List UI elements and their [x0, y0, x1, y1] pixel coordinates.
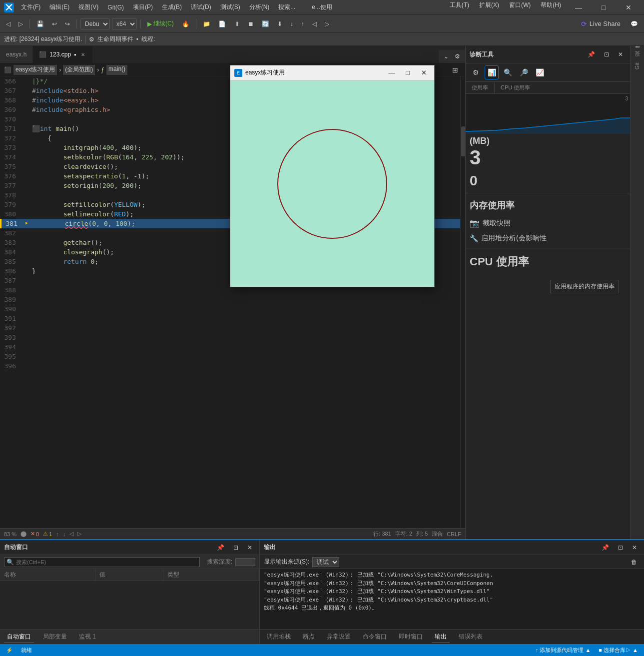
menu-window[interactable]: 窗口(W) [505, 0, 535, 15]
folder-btn[interactable]: 📁 [200, 17, 213, 30]
thread-input[interactable] [158, 36, 218, 43]
stop-btn[interactable]: ⏹ [245, 17, 257, 30]
menu-test[interactable]: 测试(S) [216, 2, 244, 12]
output-content[interactable]: "easyx练习使用.exe" (Win32)： 已加载 "C:\Windows… [260, 569, 644, 629]
debug-config-dropdown[interactable]: Debu [80, 18, 110, 29]
footer-tab-watch[interactable]: 监视 1 [76, 632, 99, 642]
live-share-button[interactable]: ⟳ Live Share [576, 19, 626, 29]
output-pin-btn[interactable]: 📌 [599, 541, 612, 554]
tab-123cpp[interactable]: ⬛ 123.cpp ● ✕ [33, 46, 93, 63]
snapshot-button[interactable]: 📷 截取快照 [466, 215, 630, 231]
diag-memory-btn[interactable]: 📊 [485, 65, 499, 79]
diag-close-btn[interactable]: ✕ [615, 48, 626, 61]
output-footer-immediate[interactable]: 即时窗口 [396, 632, 426, 642]
up-arrow-btn[interactable]: ↑ [56, 531, 59, 537]
close-button[interactable]: ✕ [617, 0, 640, 15]
menu-project[interactable]: 项目(P) [129, 2, 157, 12]
tab-close-btn[interactable]: ✕ [79, 51, 86, 58]
arch-dropdown[interactable]: x64 [112, 18, 137, 29]
continue-btn[interactable]: ▶ 继续(C) [144, 17, 177, 30]
maximize-button[interactable]: □ [592, 0, 615, 15]
output-footer-command[interactable]: 命令窗口 [360, 632, 390, 642]
step-out-btn[interactable]: ↑ [298, 17, 307, 30]
next-btn[interactable]: ▷ [322, 17, 332, 30]
feedback-btn[interactable]: 💬 [628, 17, 641, 30]
git-status-item[interactable]: ⚡ [4, 644, 15, 656]
output-source-select[interactable]: 调试 [312, 557, 339, 567]
output-footer-breakpoints[interactable]: 断点 [300, 632, 318, 642]
app-close-btn[interactable]: ✕ [417, 67, 430, 78]
search-depth-input[interactable] [235, 558, 255, 566]
auto-close-btn[interactable]: ✕ [244, 541, 255, 554]
far-right-git[interactable]: Git 提 [633, 57, 642, 73]
diag-settings-btn[interactable]: ⚙ [469, 65, 483, 79]
pause-btn[interactable]: ⏸ [231, 17, 243, 30]
app-minimize-btn[interactable]: — [385, 67, 398, 78]
diag-chart-btn[interactable]: 📈 [533, 65, 547, 79]
scrollbar-thumb[interactable] [461, 126, 465, 156]
nav-prev[interactable]: ◁ [69, 531, 73, 537]
diag-zoom-out-btn[interactable]: 🔎 [517, 65, 531, 79]
diag-expand-btn[interactable]: ⊡ [601, 48, 612, 61]
diag-zoom-in-btn[interactable]: 🔍 [501, 65, 515, 79]
auto-expand-btn[interactable]: ⊡ [230, 541, 241, 554]
auto-pin-btn[interactable]: 📌 [214, 541, 227, 554]
toolbar-forward-btn[interactable]: ▷ [15, 17, 26, 30]
footer-tab-local[interactable]: 局部变量 [40, 632, 70, 642]
warning-indicator[interactable]: ⚠ 1 [43, 531, 52, 537]
output-footer-output[interactable]: 输出 [432, 632, 450, 643]
app-maximize-btn[interactable]: □ [401, 67, 414, 78]
output-close-btn[interactable]: ✕ [629, 541, 640, 554]
output-footer-errors[interactable]: 错误列表 [456, 632, 486, 642]
heap-analysis-button[interactable]: 🔧 启用堆分析(会影响性 [466, 231, 630, 246]
output-footer-exceptions[interactable]: 异常设置 [324, 632, 354, 642]
menu-build[interactable]: 生成(B) [158, 2, 186, 12]
editor-scrollbar[interactable] [460, 76, 465, 528]
output-expand-btn[interactable]: ⊡ [615, 541, 626, 554]
scope-scope[interactable]: (全局范围) [63, 65, 95, 75]
prev-btn[interactable]: ◁ [309, 17, 320, 30]
menu-extensions[interactable]: 扩展(X) [475, 0, 503, 15]
diag-pin-btn[interactable]: 📌 [585, 48, 598, 61]
menu-search[interactable]: 搜索... [274, 2, 299, 12]
tabs-menu-btn[interactable]: ⌄ [441, 50, 452, 63]
line-indicator[interactable]: 行: 381 [373, 530, 391, 538]
hot-reload-btn[interactable]: 🔥 [179, 17, 192, 30]
restart-btn[interactable]: 🔄 [259, 17, 272, 30]
add-source-btn[interactable]: ↑ 添加到源代码管理 ▲ [534, 644, 593, 656]
menu-git[interactable]: Git(G) [103, 3, 128, 12]
files-btn[interactable]: 📄 [215, 17, 229, 30]
menu-view[interactable]: 视图(V) [74, 2, 102, 12]
diag-tab-cpu[interactable]: CPU 使用率 [495, 82, 536, 93]
menu-help[interactable]: 帮助(H) [537, 0, 565, 15]
step-into-btn[interactable]: ↓ [287, 17, 296, 30]
menu-edit[interactable]: 编辑(E) [45, 2, 73, 12]
minimize-button[interactable]: — [567, 0, 590, 15]
crlf-indicator[interactable]: CRLF [447, 531, 461, 537]
step-over-btn[interactable]: ⬇ [274, 17, 285, 30]
footer-tab-auto[interactable]: 自动窗口 [4, 632, 34, 643]
output-footer-callstack[interactable]: 调用堆栈 [264, 632, 294, 642]
tabs-settings-btn[interactable]: ⚙ [452, 50, 463, 63]
nav-next[interactable]: ▷ [77, 531, 81, 537]
toolbar-redo-btn[interactable]: ↪ [62, 17, 73, 30]
menu-analyze[interactable]: 分析(N) [245, 2, 274, 12]
down-arrow-btn[interactable]: ↓ [63, 531, 66, 537]
output-clear-btn[interactable]: 🗑 [628, 556, 640, 569]
toolbar-back-btn[interactable]: ◁ [3, 17, 13, 30]
menu-file[interactable]: 文件(F) [17, 2, 44, 12]
toolbar-undo-btn[interactable]: ↩ [49, 17, 60, 30]
scope-file[interactable]: easyx练习使用 [13, 65, 57, 75]
search-input[interactable] [16, 559, 197, 565]
scope-symbol[interactable]: main() [106, 65, 127, 75]
tab-easyxh[interactable]: easyx.h [0, 46, 33, 63]
toolbar-save-btn[interactable]: 💾 [33, 17, 47, 30]
menu-tools[interactable]: 工具(T) [446, 0, 473, 15]
status-ready[interactable]: 就绪 [19, 644, 34, 656]
error-indicator[interactable]: ✕ 0 [30, 531, 39, 537]
menu-debug[interactable]: 调试(D) [187, 2, 215, 12]
split-editor-btn[interactable]: ⊞ [449, 63, 461, 76]
select-repo-btn[interactable]: ■ 选择合库▷ ▲ [597, 644, 640, 656]
diag-tab-memory[interactable]: 使用率 [466, 82, 495, 93]
far-right-diag[interactable]: 诊断工具 [633, 48, 642, 56]
